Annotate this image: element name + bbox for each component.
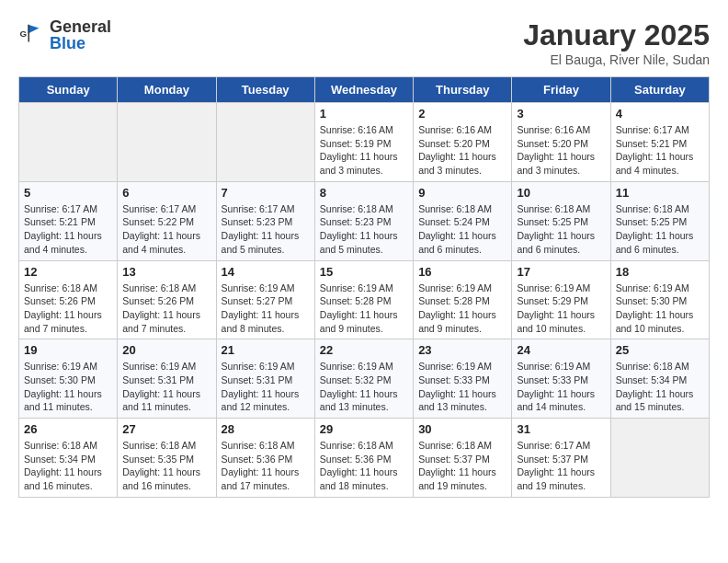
day-header-thursday: Thursday [414,77,512,103]
calendar-cell: 25Sunrise: 6:18 AM Sunset: 5:34 PM Dayli… [610,339,709,419]
week-row-4: 19Sunrise: 6:19 AM Sunset: 5:30 PM Dayli… [19,339,710,419]
calendar-cell: 15Sunrise: 6:19 AM Sunset: 5:28 PM Dayli… [314,260,413,339]
day-number: 22 [320,343,408,357]
calendar-cell: 28Sunrise: 6:18 AM Sunset: 5:36 PM Dayli… [216,419,314,498]
day-number: 20 [122,343,210,357]
calendar-cell: 8Sunrise: 6:18 AM Sunset: 5:23 PM Daylig… [314,181,413,260]
calendar-cell [610,419,709,498]
calendar-cell [19,103,118,182]
calendar-cell: 5Sunrise: 6:17 AM Sunset: 5:21 PM Daylig… [19,181,118,260]
header: G General Blue January 2025 El Bauga, Ri… [18,18,710,67]
calendar-cell: 29Sunrise: 6:18 AM Sunset: 5:36 PM Dayli… [314,419,413,498]
calendar-cell: 7Sunrise: 6:17 AM Sunset: 5:23 PM Daylig… [216,181,314,260]
day-info: Sunrise: 6:19 AM Sunset: 5:33 PM Dayligh… [418,360,506,414]
day-header-sunday: Sunday [19,77,118,103]
day-number: 19 [24,343,112,357]
day-info: Sunrise: 6:19 AM Sunset: 5:30 PM Dayligh… [24,360,112,414]
day-info: Sunrise: 6:16 AM Sunset: 5:20 PM Dayligh… [517,123,605,178]
day-number: 17 [517,265,605,279]
day-number: 24 [517,343,605,357]
day-info: Sunrise: 6:17 AM Sunset: 5:37 PM Dayligh… [517,439,605,493]
calendar-cell [118,103,216,182]
calendar-cell: 22Sunrise: 6:19 AM Sunset: 5:32 PM Dayli… [314,339,413,419]
week-row-3: 12Sunrise: 6:18 AM Sunset: 5:26 PM Dayli… [19,260,710,339]
svg-rect-3 [28,25,30,42]
calendar-cell: 31Sunrise: 6:17 AM Sunset: 5:37 PM Dayli… [512,419,610,498]
calendar-cell: 24Sunrise: 6:19 AM Sunset: 5:33 PM Dayli… [512,339,610,419]
day-info: Sunrise: 6:19 AM Sunset: 5:31 PM Dayligh… [122,360,210,414]
calendar-cell: 2Sunrise: 6:16 AM Sunset: 5:20 PM Daylig… [414,103,512,182]
day-info: Sunrise: 6:18 AM Sunset: 5:34 PM Dayligh… [616,360,704,414]
calendar-cell: 10Sunrise: 6:18 AM Sunset: 5:25 PM Dayli… [512,181,610,260]
day-header-friday: Friday [512,77,610,103]
calendar-cell: 27Sunrise: 6:18 AM Sunset: 5:35 PM Dayli… [118,419,216,498]
day-info: Sunrise: 6:17 AM Sunset: 5:21 PM Dayligh… [616,123,704,178]
day-number: 14 [222,265,310,279]
day-number: 7 [222,186,310,200]
calendar-cell: 30Sunrise: 6:18 AM Sunset: 5:37 PM Dayli… [414,419,512,498]
day-info: Sunrise: 6:18 AM Sunset: 5:37 PM Dayligh… [418,439,506,493]
logo-blue-text: Blue [50,35,111,52]
day-number: 8 [320,186,408,200]
day-info: Sunrise: 6:18 AM Sunset: 5:36 PM Dayligh… [222,439,310,493]
calendar-cell: 3Sunrise: 6:16 AM Sunset: 5:20 PM Daylig… [512,103,610,182]
day-info: Sunrise: 6:16 AM Sunset: 5:20 PM Dayligh… [418,123,506,178]
day-info: Sunrise: 6:18 AM Sunset: 5:36 PM Dayligh… [320,439,408,493]
calendar-cell: 12Sunrise: 6:18 AM Sunset: 5:26 PM Dayli… [19,260,118,339]
logo: G General Blue [18,18,111,52]
calendar-cell: 21Sunrise: 6:19 AM Sunset: 5:31 PM Dayli… [216,339,314,419]
day-number: 29 [320,422,408,436]
day-info: Sunrise: 6:17 AM Sunset: 5:21 PM Dayligh… [24,202,112,257]
day-number: 18 [616,265,704,279]
week-row-2: 5Sunrise: 6:17 AM Sunset: 5:21 PM Daylig… [19,181,710,260]
calendar-cell: 6Sunrise: 6:17 AM Sunset: 5:22 PM Daylig… [118,181,216,260]
day-number: 1 [320,107,408,121]
calendar-cell: 17Sunrise: 6:19 AM Sunset: 5:29 PM Dayli… [512,260,610,339]
day-number: 12 [24,265,112,279]
subtitle: El Bauga, River Nile, Sudan [523,52,710,67]
day-info: Sunrise: 6:19 AM Sunset: 5:31 PM Dayligh… [222,360,310,414]
logo-general-text: General [50,18,111,35]
day-number: 31 [517,422,605,436]
day-info: Sunrise: 6:19 AM Sunset: 5:27 PM Dayligh… [222,282,310,336]
day-info: Sunrise: 6:19 AM Sunset: 5:33 PM Dayligh… [517,360,605,414]
calendar-cell: 13Sunrise: 6:18 AM Sunset: 5:26 PM Dayli… [118,260,216,339]
day-number: 2 [418,107,506,121]
calendar-cell [216,103,314,182]
day-header-tuesday: Tuesday [216,77,314,103]
calendar-cell: 14Sunrise: 6:19 AM Sunset: 5:27 PM Dayli… [216,260,314,339]
day-info: Sunrise: 6:17 AM Sunset: 5:22 PM Dayligh… [122,202,210,257]
calendar-table: SundayMondayTuesdayWednesdayThursdayFrid… [18,76,710,498]
day-number: 11 [616,186,704,200]
day-header-saturday: Saturday [610,77,709,103]
logo-text: General Blue [50,18,111,52]
calendar-header-row: SundayMondayTuesdayWednesdayThursdayFrid… [19,77,710,103]
day-info: Sunrise: 6:16 AM Sunset: 5:19 PM Dayligh… [320,123,408,178]
day-info: Sunrise: 6:19 AM Sunset: 5:28 PM Dayligh… [320,282,408,336]
day-number: 16 [418,265,506,279]
main-title: January 2025 [523,18,710,52]
day-number: 27 [122,422,210,436]
calendar-cell: 19Sunrise: 6:19 AM Sunset: 5:30 PM Dayli… [19,339,118,419]
day-info: Sunrise: 6:18 AM Sunset: 5:23 PM Dayligh… [320,202,408,257]
day-number: 15 [320,265,408,279]
day-number: 13 [122,265,210,279]
calendar-cell: 16Sunrise: 6:19 AM Sunset: 5:28 PM Dayli… [414,260,512,339]
calendar-cell: 4Sunrise: 6:17 AM Sunset: 5:21 PM Daylig… [610,103,709,182]
day-number: 5 [24,186,112,200]
day-info: Sunrise: 6:19 AM Sunset: 5:28 PM Dayligh… [418,282,506,336]
day-info: Sunrise: 6:17 AM Sunset: 5:23 PM Dayligh… [222,202,310,257]
svg-text:G: G [20,29,28,39]
day-number: 23 [418,343,506,357]
day-info: Sunrise: 6:18 AM Sunset: 5:25 PM Dayligh… [517,202,605,257]
week-row-5: 26Sunrise: 6:18 AM Sunset: 5:34 PM Dayli… [19,419,710,498]
day-number: 3 [517,107,605,121]
calendar-cell: 18Sunrise: 6:19 AM Sunset: 5:30 PM Dayli… [610,260,709,339]
calendar-cell: 9Sunrise: 6:18 AM Sunset: 5:24 PM Daylig… [414,181,512,260]
logo-icon: G [18,21,46,49]
day-number: 4 [616,107,704,121]
day-info: Sunrise: 6:18 AM Sunset: 5:35 PM Dayligh… [122,439,210,493]
day-info: Sunrise: 6:19 AM Sunset: 5:29 PM Dayligh… [517,282,605,336]
day-number: 25 [616,343,704,357]
title-area: January 2025 El Bauga, River Nile, Sudan [523,18,710,67]
